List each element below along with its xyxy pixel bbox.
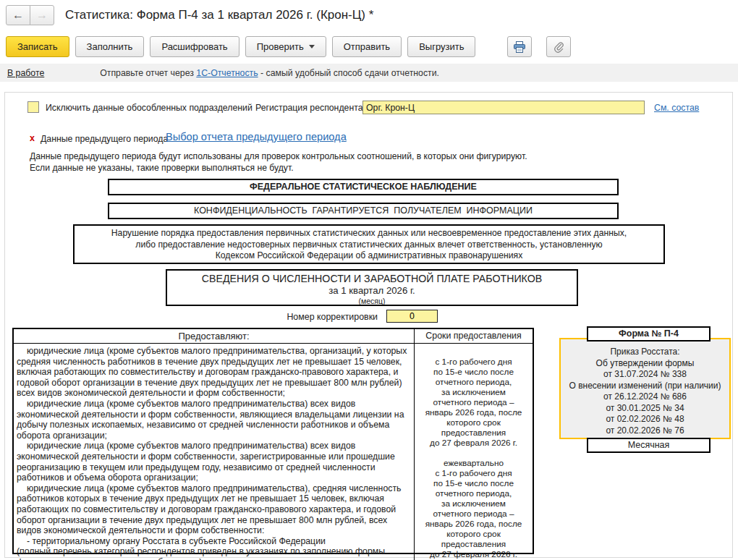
correction-number-input[interactable] (386, 310, 438, 323)
app-window: ← → Статистика: Форма П-4 за 1 квартал 2… (0, 0, 738, 560)
status-bar: В работе Отправьте отчет через 1С-Отчетн… (0, 64, 738, 82)
providers-table: Предоставляют: Сроки предоставления юрид… (12, 328, 534, 554)
fill-button[interactable]: Заполнить (75, 36, 145, 57)
terms-column-header: Сроки предоставления (414, 329, 533, 343)
exclude-separate-divisions-checkbox[interactable] (27, 101, 39, 113)
form-number-box: Форма № П-4 (587, 326, 711, 341)
prev-period-note: Данные предыдущего периода будут использ… (30, 150, 527, 174)
toolbar: Записать Заполнить Расшифровать Проверит… (6, 36, 571, 57)
respondent-registration-input[interactable] (362, 101, 645, 114)
report-title-line3: (месяц) (167, 297, 577, 305)
periodicity-box: Месячная (587, 438, 711, 453)
terms-cell: с 1-го рабочего дняпо 15-е число послеот… (414, 344, 533, 560)
attachments-button[interactable] (546, 36, 571, 57)
back-arrow-icon: ← (12, 9, 24, 22)
confidentiality-banner: КОНФИДЕНЦИАЛЬНОСТЬ ГАРАНТИРУЕТСЯ ПОЛУЧАТ… (108, 203, 619, 219)
provide-cell: юридические лица (кроме субъектов малого… (14, 344, 414, 560)
terms-block-monthly: с 1-го рабочего дняпо 15-е число послеот… (415, 357, 533, 448)
form-info-frame: Приказ Росстата:Об утверждении формыот 3… (559, 338, 731, 439)
terms-block-quarterly: ежеквартальнос 1-го рабочего дняпо 15-е … (415, 458, 533, 559)
forward-arrow-icon: → (36, 9, 48, 22)
correction-number-label: Номер корректировки (229, 312, 378, 322)
1c-reporting-link[interactable]: 1С-Отчетность (196, 68, 258, 78)
chevron-down-icon (309, 45, 315, 48)
prev-period-label: Данные предыдущего периода (41, 134, 168, 144)
provide-column-header: Предоставляют: (14, 329, 414, 343)
print-button[interactable] (507, 36, 532, 57)
export-button[interactable]: Выгрузить (407, 36, 475, 57)
report-title-line1: СВЕДЕНИЯ О ЧИСЛЕННОСТИ И ЗАРАБОТНОЙ ПЛАТ… (167, 273, 577, 285)
providers-table-body: юридические лица (кроме субъектов малого… (14, 344, 533, 560)
rosstat-order-lines: Приказ Росстата:Об утверждении формыот 3… (561, 347, 729, 436)
report-title-line2: за 1 квартал 2026 г. (167, 285, 577, 297)
exclude-checkbox-label: Исключить данные обособленных подразделе… (46, 103, 253, 113)
report-state-link[interactable]: В работе (7, 68, 44, 78)
providers-table-header: Предоставляют: Сроки предоставления (14, 329, 533, 344)
report-title-box: СВЕДЕНИЯ О ЧИСЛЕННОСТИ И ЗАРАБОТНОЙ ПЛАТ… (166, 269, 578, 306)
decrypt-button[interactable]: Расшифровать (150, 36, 239, 57)
registration-label: Регистрация респондента (255, 103, 363, 113)
send-button[interactable]: Отправить (332, 36, 402, 57)
see-composition-link[interactable]: См. состав (654, 103, 699, 113)
report-form-area: Исключить данные обособленных подразделе… (4, 92, 733, 558)
paperclip-icon (553, 41, 564, 53)
printer-icon (513, 41, 526, 53)
select-prev-period-report-link[interactable]: Выбор отчета предыдущего периода (166, 131, 347, 143)
page-title: Статистика: Форма П-4 за 1 квартал 2026 … (65, 8, 373, 22)
history-nav: ← → (6, 5, 54, 25)
check-dropdown-button[interactable]: Проверить (245, 36, 326, 57)
status-message: Отправьте отчет через 1С-Отчетность - са… (100, 68, 439, 78)
forward-button[interactable]: → (30, 5, 54, 25)
save-button[interactable]: Записать (6, 36, 69, 57)
back-button[interactable]: ← (6, 5, 30, 25)
violation-warning-box: Нарушение порядка предоставления первичн… (73, 224, 665, 264)
federal-observation-banner: ФЕДЕРАЛЬНОЕ СТАТИСТИЧЕСКОЕ НАБЛЮДЕНИЕ (108, 179, 619, 195)
missing-data-x-icon: x (30, 133, 35, 143)
